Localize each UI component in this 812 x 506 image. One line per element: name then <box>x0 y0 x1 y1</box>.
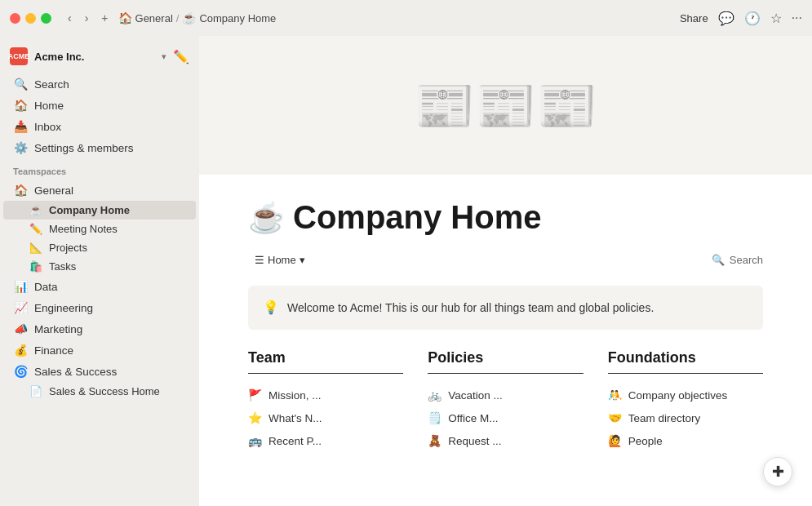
foundations-item-0-icon: 🤼 <box>608 388 622 402</box>
float-add-button[interactable]: ✚ <box>763 457 792 486</box>
foundations-item-2-text: People <box>628 435 663 447</box>
add-page-button[interactable]: + <box>98 10 111 26</box>
forward-button[interactable]: › <box>82 10 92 26</box>
minimize-button[interactable] <box>25 13 36 24</box>
search-icon-small: 🔍 <box>712 254 725 266</box>
callout-text: Welcome to Acme! This is our hub for all… <box>287 299 654 317</box>
finance-label: Finance <box>34 344 73 357</box>
data-label: Data <box>34 281 58 293</box>
db-toolbar: ☰ Home ▾ 🔍 Search <box>248 251 763 276</box>
sidebar-item-tasks[interactable]: 🛍️ Tasks <box>3 257 196 276</box>
policies-item-1[interactable]: 🗒️ Office M... <box>428 406 583 429</box>
view-chevron-icon: ▾ <box>300 254 305 266</box>
policies-item-2-icon: 🧸 <box>428 434 441 447</box>
workspace-header[interactable]: ACME Acme Inc. ▾ ✏️ <box>0 42 199 70</box>
team-item-0-icon: 🚩 <box>248 388 262 402</box>
sidebar-item-settings[interactable]: ⚙️ Settings & members <box>3 137 196 158</box>
page-breadcrumb-icon: ☕ <box>182 11 196 24</box>
sidebar-item-search[interactable]: 🔍 Search <box>3 73 196 95</box>
engineering-icon: 📈 <box>13 301 28 314</box>
favorite-icon[interactable]: ☆ <box>770 11 782 26</box>
inbox-icon: 📥 <box>13 120 28 133</box>
db-view-button[interactable]: ☰ Home ▾ <box>248 251 312 269</box>
sidebar-item-general[interactable]: 🏠 General <box>3 180 196 201</box>
sidebar-item-finance[interactable]: 💰 Finance <box>3 340 196 361</box>
page-title: ☕ Company Home <box>248 199 763 236</box>
list-view-icon: ☰ <box>255 254 264 266</box>
db-search-label: Search <box>730 254 763 266</box>
policies-item-0[interactable]: 🚲 Vacation ... <box>428 384 583 406</box>
comment-icon[interactable]: 💬 <box>718 11 734 26</box>
breadcrumb-general: General <box>135 12 173 24</box>
close-button[interactable] <box>10 13 20 24</box>
page-title-text: Company Home <box>293 199 542 236</box>
search-icon: 🔍 <box>13 78 28 91</box>
company-home-label: Company Home <box>49 204 130 216</box>
more-icon[interactable]: ··· <box>792 11 802 25</box>
foundations-column: Foundations 🤼 Company objectives 🤝 Team … <box>608 349 763 452</box>
settings-label: Settings & members <box>34 142 134 154</box>
history-icon[interactable]: 🕐 <box>744 11 761 26</box>
company-home-icon: ☕ <box>29 204 42 216</box>
callout-icon: 💡 <box>263 300 279 315</box>
sidebar-item-engineering[interactable]: 📈 Engineering <box>3 297 196 318</box>
sidebar-item-sales-home[interactable]: 📄 Sales & Success Home <box>3 382 196 401</box>
traffic-lights <box>10 13 51 24</box>
main-layout: ACME Acme Inc. ▾ ✏️ 🔍 Search 🏠 Home 📥 In… <box>0 36 812 506</box>
back-button[interactable]: ‹ <box>64 10 75 26</box>
maximize-button[interactable] <box>41 13 51 24</box>
foundations-item-2[interactable]: 🙋 People <box>608 429 763 452</box>
sidebar-item-company-home[interactable]: ☕ Company Home <box>3 201 196 220</box>
sales-icon: 🌀 <box>13 365 28 378</box>
sidebar-item-home[interactable]: 🏠 Home <box>3 95 196 116</box>
new-page-button[interactable]: ✏️ <box>173 49 189 64</box>
sidebar-item-marketing[interactable]: 📣 Marketing <box>3 318 196 340</box>
columns-grid: Team 🚩 Mission, ... ⭐ What's N... 🚌 Rece… <box>248 349 763 452</box>
sidebar-item-meeting-notes[interactable]: ✏️ Meeting Notes <box>3 220 196 238</box>
team-item-1[interactable]: ⭐ What's N... <box>248 406 403 429</box>
foundations-item-1[interactable]: 🤝 Team directory <box>608 406 763 429</box>
sidebar-item-data[interactable]: 📊 Data <box>3 276 196 297</box>
home-label: Home <box>34 100 64 112</box>
home-breadcrumb-icon: 🏠 <box>118 11 132 24</box>
main-content: 📰📰📰 ☕ Company Home ☰ Home ▾ 🔍 Search <box>199 36 812 506</box>
marketing-label: Marketing <box>34 323 82 335</box>
breadcrumb-page: Company Home <box>199 12 276 24</box>
general-label: General <box>34 184 73 197</box>
sidebar-item-sales[interactable]: 🌀 Sales & Success <box>3 361 196 382</box>
projects-icon: 📐 <box>29 242 42 254</box>
policies-column-divider <box>428 373 583 374</box>
db-search-button[interactable]: 🔍 Search <box>712 254 763 266</box>
page-title-emoji: ☕ <box>248 201 285 235</box>
toolbar-right: Share 💬 🕐 ☆ ··· <box>680 11 802 26</box>
policies-column-title: Policies <box>428 349 583 366</box>
policies-item-2[interactable]: 🧸 Request ... <box>428 429 583 452</box>
tasks-icon: 🛍️ <box>29 260 42 273</box>
sales-home-label: Sales & Success Home <box>49 385 160 397</box>
team-item-1-text: What's N... <box>268 412 322 424</box>
team-item-2-icon: 🚌 <box>248 434 262 447</box>
policies-item-1-text: Office M... <box>448 412 498 424</box>
sidebar-item-inbox[interactable]: 📥 Inbox <box>3 116 196 137</box>
meeting-notes-label: Meeting Notes <box>49 223 118 235</box>
team-item-0[interactable]: 🚩 Mission, ... <box>248 384 403 406</box>
title-bar: ‹ › + 🏠 General / ☕ Company Home Share 💬… <box>0 0 812 36</box>
engineering-label: Engineering <box>34 302 93 314</box>
policies-item-0-icon: 🚲 <box>428 388 441 402</box>
sidebar-item-projects[interactable]: 📐 Projects <box>3 238 196 257</box>
projects-label: Projects <box>49 242 87 254</box>
share-button[interactable]: Share <box>680 12 708 24</box>
workspace-logo: ACME <box>10 47 28 65</box>
foundations-item-1-text: Team directory <box>628 412 701 424</box>
cover-image: 📰📰📰 <box>199 36 812 175</box>
view-label: Home <box>268 254 296 266</box>
team-item-2[interactable]: 🚌 Recent P... <box>248 429 403 452</box>
sales-label: Sales & Success <box>34 366 117 378</box>
policies-item-1-icon: 🗒️ <box>428 411 441 424</box>
team-column: Team 🚩 Mission, ... ⭐ What's N... 🚌 Rece… <box>248 349 403 452</box>
foundations-column-divider <box>608 373 763 374</box>
tasks-label: Tasks <box>49 260 76 273</box>
policies-item-2-text: Request ... <box>448 435 501 447</box>
policies-item-0-text: Vacation ... <box>448 389 503 402</box>
foundations-item-0[interactable]: 🤼 Company objectives <box>608 384 763 406</box>
